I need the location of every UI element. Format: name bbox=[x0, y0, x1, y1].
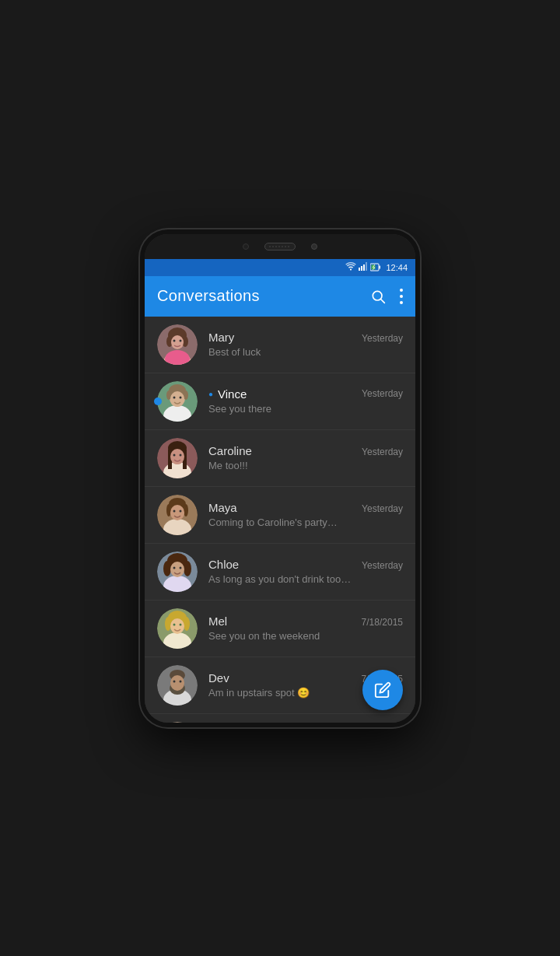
svg-rect-2 bbox=[363, 264, 365, 271]
svg-point-39 bbox=[173, 453, 176, 456]
avatar-container bbox=[157, 495, 198, 535]
list-item[interactable]: Maya Yesterday Coming to Caroline's part… bbox=[145, 487, 415, 544]
message-preview: Am in upstairs spot 😊 bbox=[208, 687, 380, 699]
conversation-time: Yesterday bbox=[362, 333, 403, 344]
list-item[interactable]: Chloe Yesterday As long as you don't dri… bbox=[145, 544, 415, 601]
avatar-container bbox=[157, 438, 198, 478]
svg-point-31 bbox=[180, 396, 182, 398]
contact-name: Maya bbox=[208, 501, 237, 514]
list-item[interactable]: Mel 7/18/2015 See you on the weekend bbox=[145, 601, 415, 657]
svg-point-70 bbox=[173, 680, 176, 682]
avatar-container bbox=[157, 552, 198, 592]
avatar bbox=[157, 495, 198, 535]
message-preview: Best of luck bbox=[208, 346, 380, 358]
svg-point-40 bbox=[180, 453, 182, 456]
svg-point-11 bbox=[400, 301, 403, 304]
svg-rect-1 bbox=[361, 266, 362, 271]
avatar-container bbox=[157, 722, 198, 723]
app-bar-title: Conversations bbox=[157, 287, 370, 305]
signal-icon bbox=[359, 262, 368, 272]
app-bar: Conversations bbox=[145, 276, 415, 317]
svg-point-56 bbox=[180, 566, 182, 569]
battery-icon bbox=[370, 263, 381, 271]
list-item[interactable]: ● Vince Yesterday See you there bbox=[145, 373, 415, 430]
svg-point-61 bbox=[184, 617, 190, 631]
svg-point-71 bbox=[180, 680, 182, 682]
avatar bbox=[157, 381, 198, 422]
status-icons: 12:44 bbox=[345, 262, 408, 272]
conversation-list: Mary Yesterday Best of luck bbox=[145, 317, 415, 723]
svg-point-47 bbox=[173, 510, 176, 512]
svg-point-30 bbox=[173, 396, 176, 398]
list-item[interactable]: Caroline Yesterday Me too!!! bbox=[145, 430, 415, 487]
svg-point-55 bbox=[173, 566, 176, 569]
list-item[interactable]: Lisa 7/…/15 You should checkout this new… bbox=[145, 714, 415, 723]
conversation-header: Maya Yesterday bbox=[208, 501, 403, 514]
svg-point-48 bbox=[180, 510, 182, 512]
contact-name: Mel bbox=[208, 615, 227, 628]
svg-point-20 bbox=[173, 339, 176, 341]
svg-line-8 bbox=[381, 299, 385, 303]
avatar bbox=[157, 438, 198, 478]
svg-point-9 bbox=[400, 289, 403, 292]
conversation-time: Yesterday bbox=[362, 560, 403, 571]
svg-point-44 bbox=[166, 504, 171, 517]
svg-point-60 bbox=[165, 617, 171, 631]
contact-name: Chloe bbox=[208, 558, 239, 571]
conversation-content: Chloe Yesterday As long as you don't dri… bbox=[208, 558, 403, 585]
conversation-time: Yesterday bbox=[362, 503, 403, 514]
status-time: 12:44 bbox=[386, 263, 408, 272]
more-options-button[interactable] bbox=[400, 289, 403, 304]
conversation-header: ● Vince Yesterday bbox=[208, 387, 403, 401]
svg-point-10 bbox=[400, 295, 403, 298]
svg-point-46 bbox=[170, 505, 184, 520]
search-button[interactable] bbox=[370, 289, 386, 304]
message-preview: See you there bbox=[208, 403, 380, 415]
contact-name: Caroline bbox=[208, 444, 252, 457]
conversation-content: Maya Yesterday Coming to Caroline's part… bbox=[208, 501, 403, 528]
svg-point-29 bbox=[170, 391, 184, 407]
message-preview: Coming to Caroline's party… bbox=[208, 517, 380, 528]
phone-top-bar bbox=[145, 234, 415, 259]
svg-rect-0 bbox=[359, 268, 360, 271]
svg-point-69 bbox=[170, 675, 184, 691]
svg-point-53 bbox=[184, 561, 191, 576]
avatar bbox=[157, 665, 198, 706]
conversation-time: Yesterday bbox=[362, 388, 403, 399]
avatar-container bbox=[157, 665, 198, 706]
speaker-icon bbox=[264, 243, 296, 250]
conversation-content: Caroline Yesterday Me too!!! bbox=[208, 444, 403, 471]
avatar-container bbox=[157, 608, 198, 649]
contact-name: Dev bbox=[208, 671, 229, 685]
conversation-header: Mary Yesterday bbox=[208, 331, 403, 344]
conversation-time: 7/18/2015 bbox=[362, 617, 403, 628]
svg-rect-5 bbox=[380, 266, 381, 269]
svg-point-62 bbox=[170, 618, 184, 634]
list-item[interactable]: Mary Yesterday Best of luck bbox=[145, 317, 415, 373]
front-camera-icon bbox=[243, 243, 249, 250]
conversation-header: Mel 7/18/2015 bbox=[208, 615, 403, 628]
avatar bbox=[157, 552, 198, 592]
phone-frame: 12:44 Conversations bbox=[140, 229, 420, 727]
svg-point-45 bbox=[184, 504, 188, 517]
avatar-container bbox=[157, 324, 198, 365]
conversation-time: Yesterday bbox=[362, 446, 403, 457]
conversation-content: ● Vince Yesterday See you there bbox=[208, 387, 403, 415]
camera-dot-icon bbox=[311, 243, 317, 250]
avatar bbox=[157, 324, 198, 365]
app-bar-actions bbox=[370, 289, 403, 304]
contact-name: Mary bbox=[208, 331, 234, 344]
wifi-icon bbox=[345, 262, 356, 272]
message-preview: As long as you don't drink too… bbox=[208, 573, 380, 585]
svg-point-64 bbox=[180, 623, 182, 625]
unread-indicator bbox=[154, 397, 162, 405]
compose-fab-button[interactable] bbox=[362, 670, 403, 710]
conversation-header: Caroline Yesterday bbox=[208, 444, 403, 457]
svg-point-38 bbox=[170, 449, 184, 464]
conversation-content: Mel 7/18/2015 See you on the weekend bbox=[208, 615, 403, 642]
avatar bbox=[157, 722, 198, 723]
conversation-content: Mary Yesterday Best of luck bbox=[208, 331, 403, 358]
svg-rect-3 bbox=[366, 262, 367, 271]
conversation-header: Chloe Yesterday bbox=[208, 558, 403, 571]
svg-point-19 bbox=[171, 335, 184, 349]
